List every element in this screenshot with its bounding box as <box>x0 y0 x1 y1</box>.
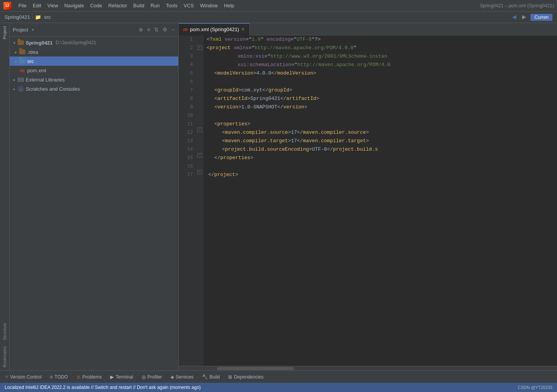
code-line-16 <box>207 162 554 171</box>
menu-refactor[interactable]: Refactor <box>105 1 130 10</box>
code-line-2: <project xmlns="http://maven.apache.org/… <box>207 44 554 52</box>
tree-label-pom: pom.xml <box>27 68 46 73</box>
panel-icon-locate[interactable]: ⊕ <box>138 26 144 33</box>
breadcrumb-src[interactable]: 📁 src <box>35 14 51 20</box>
panel-icon-settings[interactable]: ⚙ <box>162 26 168 33</box>
menu-navigate[interactable]: Navigate <box>61 1 87 10</box>
tree-item-scratches[interactable]: S Scratches and Consoles <box>10 84 178 93</box>
menu-code[interactable]: Code <box>87 1 105 10</box>
panel-icons: ⊕ ≡ ⇅ ⚙ − <box>138 26 175 33</box>
sidebar-tab-project[interactable]: Project <box>1 23 8 42</box>
tab-close-button[interactable]: ✕ <box>241 27 245 32</box>
bottom-tab-terminal[interactable]: ▶ Terminal <box>106 372 137 382</box>
ln-3: 3 <box>182 52 193 61</box>
ln-4: 4 <box>182 61 193 69</box>
menu-help[interactable]: Help <box>221 1 237 10</box>
status-bar: Localized IntelliJ IDEA 2022.2 is availa… <box>0 383 557 392</box>
sidebar-tab-structure[interactable]: Structure <box>1 320 8 343</box>
current-file-button[interactable]: Curren <box>530 14 552 21</box>
ln-2: 2 <box>182 44 193 52</box>
profiler-icon: ◎ <box>142 374 146 380</box>
services-icon: ◈ <box>171 374 174 380</box>
ln-15: 15 <box>182 154 193 162</box>
panel-icon-sort[interactable]: ≡ <box>146 26 151 33</box>
project-panel-dropdown[interactable]: ▾ <box>30 27 35 33</box>
menu-edit[interactable]: Edit <box>30 1 44 10</box>
breadcrumb-right-icons: ◄ ► Curren <box>511 13 552 21</box>
bottom-tab-problems[interactable]: ⚠ Problems <box>73 372 106 382</box>
panel-icon-close[interactable]: − <box>171 26 175 33</box>
menu-tools[interactable]: Tools <box>163 1 181 10</box>
tree-label-spring0421-path: D:\Java\Spring0421 <box>56 40 96 45</box>
app-logo: IJ <box>3 2 11 10</box>
navigate-back-icon[interactable]: ◄ <box>511 13 518 21</box>
bottom-tab-todo[interactable]: ≡ TODO <box>46 372 71 382</box>
tree-label-ext-libs: External Libraries <box>26 77 65 83</box>
tree-item-idea[interactable]: .idea <box>10 47 178 56</box>
menu-view[interactable]: View <box>44 1 61 10</box>
bottom-tab-label-profiler: Profiler <box>148 374 162 380</box>
editor-tab-pom[interactable]: m pom.xml (Spring0421) ✕ <box>179 23 250 35</box>
tree-arrow-ext-libs[interactable] <box>11 76 17 83</box>
tree-arrow-pom <box>13 67 19 73</box>
sidebar-tab-bookmarks[interactable]: Bookmarks <box>1 343 8 370</box>
fold-indicator-2[interactable]: ▾ <box>197 45 202 50</box>
menu-file[interactable]: File <box>15 1 30 10</box>
bottom-tab-profiler[interactable]: ◎ Profiler <box>138 372 166 382</box>
navigate-forward-icon[interactable]: ► <box>521 13 527 21</box>
tree-item-ext-libs[interactable]: External Libraries <box>10 75 178 84</box>
code-line-11: <properties> <box>207 120 554 128</box>
tree-arrow-src[interactable] <box>13 58 19 64</box>
dependencies-icon: ⊞ <box>228 374 232 380</box>
breadcrumb-project[interactable]: Spring0421 <box>5 14 30 20</box>
bottom-tab-label-problems: Problems <box>83 374 102 380</box>
ln-6: 6 <box>182 78 193 86</box>
code-line-17: </project> <box>207 171 554 179</box>
tree-label-spring0421: Spring0421 <box>26 40 53 46</box>
tab-maven-icon: m <box>183 27 188 32</box>
breadcrumb-src-label: src <box>44 14 51 20</box>
svg-rect-2 <box>21 79 23 81</box>
tree-view: Spring0421 D:\Java\Spring0421 .idea src <box>10 37 178 370</box>
bottom-tab-services[interactable]: ◈ Services <box>167 372 197 382</box>
ln-7: 7 <box>182 86 193 95</box>
tree-arrow-scratches[interactable] <box>11 86 17 92</box>
version-control-icon: ⑂ <box>5 374 8 380</box>
fold-indicator-17[interactable]: ▾ <box>197 170 202 174</box>
code-line-3: xmlns:xsi="http://www.w3.org/2001/XMLSch… <box>207 52 554 61</box>
ext-libs-icon <box>17 76 24 83</box>
code-line-15: </properties> <box>207 154 554 162</box>
svg-text:S: S <box>20 87 22 91</box>
menu-build[interactable]: Build <box>130 1 148 10</box>
tree-item-spring0421[interactable]: Spring0421 D:\Java\Spring0421 <box>10 38 178 47</box>
bottom-tab-dependencies[interactable]: ⊞ Dependencies <box>224 372 267 382</box>
menu-vcs[interactable]: VCS <box>181 1 197 10</box>
code-line-9: <version>1.0-SNAPSHOT</version> <box>207 103 554 111</box>
ln-1: 1 <box>182 35 193 44</box>
fold-indicator-15[interactable]: ▾ <box>197 153 202 158</box>
ln-9: 9 <box>182 103 193 111</box>
bottom-tab-label-build: Build <box>210 374 220 380</box>
menu-run[interactable]: Run <box>148 1 163 10</box>
fold-indicator-11[interactable]: ▾ <box>197 128 202 132</box>
code-line-13: <maven.compiler.target>17</maven.compile… <box>207 137 554 145</box>
terminal-icon: ▶ <box>110 374 114 380</box>
bottom-tab-version-control[interactable]: ⑂ Version Control <box>2 372 45 382</box>
horizontal-scrollbar[interactable] <box>179 366 557 370</box>
code-editor[interactable]: 1 2 3 4 5 6 7 8 9 10 11 12 13 14 15 16 1… <box>179 35 557 366</box>
ln-8: 8 <box>182 95 193 103</box>
menu-window[interactable]: Window <box>197 1 221 10</box>
code-line-1: <?xml version="1.0" encoding="UTF-8"?> <box>207 35 554 44</box>
status-right: CSDN @YT20233 <box>518 385 552 390</box>
tree-item-src[interactable]: src <box>10 56 178 66</box>
scrollbar-thumb[interactable] <box>217 367 294 370</box>
app-icon: IJ <box>3 2 12 10</box>
code-content[interactable]: <?xml version="1.0" encoding="UTF-8"?> <… <box>204 35 557 366</box>
code-line-7: <groupId>com.xyt</groupId> <box>207 86 554 95</box>
bottom-tab-build[interactable]: 🔨 Build <box>198 372 224 382</box>
panel-icon-expand[interactable]: ⇅ <box>153 26 159 33</box>
tree-arrow-idea[interactable] <box>13 49 19 55</box>
tree-item-pom[interactable]: m pom.xml <box>10 66 178 75</box>
tree-arrow-spring0421[interactable] <box>11 40 17 46</box>
bottom-tab-label-services: Services <box>176 374 194 380</box>
